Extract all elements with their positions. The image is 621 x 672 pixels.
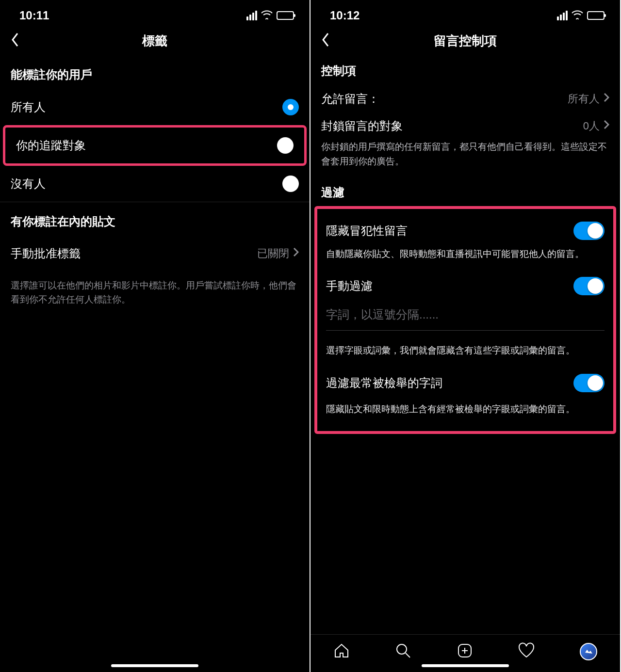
hide-offensive-row[interactable]: 隱藏冒犯性留言: [326, 219, 605, 247]
home-indicator[interactable]: [422, 664, 509, 667]
block-comments-description: 你封鎖的用戶撰寫的任何新留言，都只有他們自己看得到。這些設定不會套用到你的廣告。: [310, 140, 620, 175]
block-comments-value: 0人: [583, 119, 609, 133]
status-time: 10:12: [330, 9, 360, 22]
wifi-icon: [572, 9, 583, 22]
manual-approve-row[interactable]: 手動批准標籤 已關閉: [0, 236, 310, 271]
chevron-right-icon: [604, 93, 609, 105]
common-reported-row[interactable]: 過濾最常被檢舉的字詞: [326, 361, 605, 399]
status-icons: [557, 9, 605, 22]
activity-icon[interactable]: [518, 642, 535, 661]
section-header-controls: 控制項: [310, 55, 620, 85]
nav-header: 留言控制項: [310, 26, 620, 55]
home-indicator[interactable]: [111, 664, 198, 667]
value-text: 已關閉: [257, 246, 289, 261]
profile-avatar[interactable]: [580, 643, 597, 660]
keywords-input[interactable]: 字詞，以逗號分隔......: [326, 307, 605, 331]
manual-filter-row[interactable]: 手動過濾: [326, 264, 605, 302]
new-post-icon[interactable]: [457, 642, 473, 661]
chevron-right-icon: [293, 247, 299, 260]
allow-comments-label: 允許留言：: [321, 91, 379, 107]
radio-label: 所有人: [11, 99, 46, 115]
status-bar: 10:12: [310, 0, 620, 26]
value-text: 0人: [583, 119, 600, 133]
wifi-icon: [261, 9, 273, 22]
screenshot-right: 10:12 留言控制項 控制項 允許留言： 所有人 封鎖留言的對象 0人 你封鎖…: [310, 0, 621, 672]
allow-comments-row[interactable]: 允許留言： 所有人: [310, 85, 620, 112]
radio-unselected-icon: [277, 137, 294, 154]
section-header-tagged-posts: 有你標註在內的貼文: [0, 202, 310, 236]
radio-row-noone[interactable]: 沒有人: [0, 166, 310, 202]
toggle-on[interactable]: [573, 374, 605, 392]
common-reported-label: 過濾最常被檢舉的字詞: [326, 375, 442, 391]
radio-selected-icon: [282, 99, 299, 115]
block-comments-label: 封鎖留言的對象: [321, 118, 403, 134]
screenshot-left: 10:11 標籤 能標註你的用戶 所有人 你的追蹤對象 沒有人 有你標註在內的貼…: [0, 0, 310, 672]
section-header-filter: 過濾: [310, 175, 620, 206]
page-title: 留言控制項: [434, 32, 497, 49]
radio-row-everyone[interactable]: 所有人: [0, 89, 310, 125]
toggle-on[interactable]: [573, 277, 605, 295]
common-reported-description: 隱藏貼文和限時動態上含有經常被檢舉的字眼或詞彙的留言。: [326, 399, 605, 419]
toggle-on[interactable]: [573, 222, 605, 240]
hide-offensive-description: 自動隱藏你貼文、限時動態和直播視訊中可能冒犯他人的留言。: [326, 247, 605, 264]
status-icons: [246, 9, 294, 22]
back-button[interactable]: [321, 32, 330, 49]
radio-label: 沒有人: [11, 176, 46, 192]
cellular-icon: [246, 11, 257, 20]
svg-point-0: [397, 644, 407, 654]
manual-filter-description: 選擇字眼或詞彙，我們就會隱藏含有這些字眼或詞彙的留言。: [326, 335, 605, 361]
footnote-text: 選擇誰可以在他們的相片和影片中標註你。用戶嘗試標註你時，他們會看到你不允許任何人…: [0, 271, 310, 306]
section-header-tag-users: 能標註你的用戶: [0, 55, 310, 89]
nav-header: 標籤: [0, 26, 310, 55]
value-text: 所有人: [568, 92, 600, 106]
manual-approve-value: 已關閉: [257, 246, 299, 261]
status-bar: 10:11: [0, 0, 310, 26]
chevron-right-icon: [604, 120, 609, 132]
manual-filter-label: 手動過濾: [326, 278, 373, 294]
radio-row-following-highlighted[interactable]: 你的追蹤對象: [3, 125, 307, 166]
back-button[interactable]: [11, 32, 19, 49]
svg-line-1: [406, 653, 410, 657]
home-icon[interactable]: [333, 642, 350, 661]
filter-section-highlighted: 隱藏冒犯性留言 自動隱藏你貼文、限時動態和直播視訊中可能冒犯他人的留言。 手動過…: [314, 206, 616, 434]
battery-icon: [587, 11, 605, 20]
radio-label: 你的追蹤對象: [16, 138, 86, 153]
manual-approve-label: 手動批准標籤: [11, 246, 81, 261]
battery-icon: [277, 11, 294, 20]
hide-offensive-label: 隱藏冒犯性留言: [326, 223, 408, 239]
block-comments-row[interactable]: 封鎖留言的對象 0人: [310, 112, 620, 140]
search-icon[interactable]: [395, 642, 411, 661]
allow-comments-value: 所有人: [568, 92, 609, 106]
page-title: 標籤: [142, 32, 167, 49]
radio-unselected-icon: [282, 176, 299, 192]
status-time: 10:11: [19, 9, 49, 22]
cellular-icon: [557, 11, 568, 20]
